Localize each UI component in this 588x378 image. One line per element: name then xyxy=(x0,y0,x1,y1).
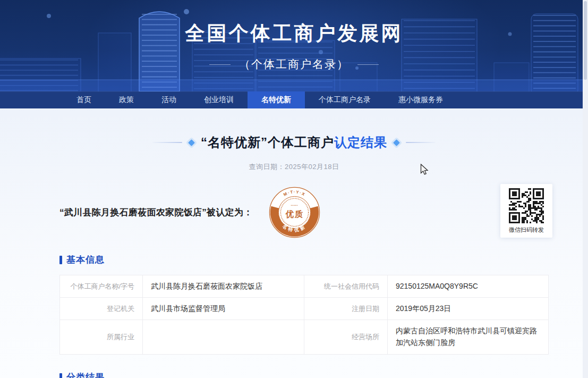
table-value: 武川县陈月换石磨莜面农家院饭店 xyxy=(143,275,304,298)
result-title-row: “名特优新”个体工商户认定结果 xyxy=(0,134,588,151)
table-label: 注册日期 xyxy=(304,298,388,320)
nav-item-training[interactable]: 创业培训 xyxy=(190,91,248,108)
nav-item-activity[interactable]: 活动 xyxy=(148,91,190,108)
subtitle-left-dash xyxy=(209,64,231,65)
page-subtitle-row: （个体工商户名录） xyxy=(0,57,588,72)
table-value xyxy=(143,320,304,355)
section-bar-icon xyxy=(59,373,62,378)
table-label: 个体工商户名称/字号 xyxy=(60,275,143,298)
table-value: 内蒙古自治区呼和浩特市武川县可镇迎宾路加汽站东侧门脸房 xyxy=(388,320,549,355)
basic-info-table: 个体工商户名称/字号 武川县陈月换石磨莜面农家院饭店 统一社会信用代码 9215… xyxy=(59,275,549,355)
badge-center-text: 优质 xyxy=(285,209,303,219)
table-value: 武川县市场监督管理局 xyxy=(143,298,304,320)
nav-item-directory[interactable]: 个体工商户名录 xyxy=(305,91,385,108)
classification-section-head: 分类结果 xyxy=(59,371,588,378)
nav-item-policy[interactable]: 政策 xyxy=(105,91,148,108)
title-left-line xyxy=(152,142,182,143)
page-subtitle: （个体工商户名录） xyxy=(239,57,349,72)
title-right-line xyxy=(406,142,436,143)
table-label: 经营场所 xyxy=(304,320,388,355)
table-label: 统一社会信用代码 xyxy=(304,275,388,298)
diamond-icon xyxy=(188,139,195,146)
query-date-label: 查询日期： xyxy=(249,163,285,171)
basic-info-section-head: 基本信息 xyxy=(59,254,588,266)
result-title-highlight: 认定结果 xyxy=(334,135,387,149)
classification-title: 分类结果 xyxy=(66,371,105,378)
table-value: 92150125MA0Q8Y9R5C xyxy=(388,275,549,298)
page-title: 全国个体工商户发展网 xyxy=(0,0,588,47)
scrollbar-thumb[interactable] xyxy=(584,1,587,80)
qr-share-card: 微信扫码转发 xyxy=(500,184,552,238)
subtitle-right-dash xyxy=(357,64,379,65)
mouse-cursor-icon xyxy=(420,164,429,176)
table-label: 登记机关 xyxy=(60,298,143,320)
nav-item-voucher[interactable]: 惠小微服务券 xyxy=(385,91,457,108)
query-date: 查询日期：2025年02月18日 xyxy=(0,162,588,172)
scrollbar-track[interactable] xyxy=(583,0,588,378)
site-header: 全国个体工商户发展网 （个体工商户名录） xyxy=(0,0,588,91)
svg-text:•••••: ••••• xyxy=(291,204,297,206)
diamond-icon xyxy=(393,139,400,146)
quality-seal-badge: M·T·Y·X ••••• 优质 名特优新 xyxy=(269,187,320,238)
basic-info-title: 基本信息 xyxy=(66,254,105,266)
main-nav: 首页 政策 活动 创业培训 名特优新 个体工商户名录 惠小微服务券 xyxy=(0,91,588,108)
nav-item-home[interactable]: 首页 xyxy=(63,91,105,108)
certification-statement: “武川县陈月换石磨莜面农家院饭店”被认定为： xyxy=(59,206,253,219)
table-value: 2019年05月23日 xyxy=(388,298,549,320)
result-title-prefix: “名特优新”个体工商户 xyxy=(201,135,334,149)
result-title: “名特优新”个体工商户认定结果 xyxy=(201,134,387,151)
table-label: 所属行业 xyxy=(60,320,143,355)
query-date-value: 2025年02月18日 xyxy=(285,163,339,171)
certification-row: “武川县陈月换石磨莜面农家院饭店”被认定为： M·T·Y·X ••••• 优质 … xyxy=(59,186,552,239)
nav-item-mingteyouxin[interactable]: 名特优新 xyxy=(248,91,305,108)
qr-code-image xyxy=(509,188,544,223)
section-bar-icon xyxy=(59,256,62,264)
qr-caption: 微信扫码转发 xyxy=(505,226,548,234)
